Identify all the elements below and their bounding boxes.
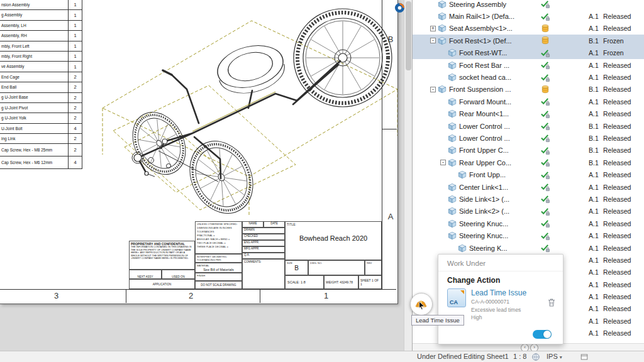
tree-row[interactable]: Forward Mount...A.1Released [413, 96, 644, 107]
expander-icon[interactable]: - [440, 160, 446, 165]
status-check-icon [540, 73, 550, 82]
drawn-cell: DRAWN [242, 228, 285, 234]
component-cube-icon [448, 146, 457, 155]
maturity-state: Released [603, 329, 644, 337]
expander-icon[interactable]: - [430, 38, 436, 43]
bom-row: End Cage2 [0, 72, 82, 82]
bom-table: nsion Assembly1 g Assembly1 Assembly, LH… [0, 0, 82, 169]
sheet-scale-text: 1 : 8 [513, 353, 526, 360]
drawing-graphics-area[interactable]: nsion Assembly1 g Assembly1 Assembly, LH… [0, 0, 412, 351]
component-cube-icon [448, 97, 457, 106]
revision: A.1 [589, 268, 603, 276]
maturity-state: Released [603, 25, 644, 32]
tree-row[interactable]: -Front Suspension ...B.1Released [413, 84, 644, 96]
revision: B.1 [589, 85, 603, 93]
tree-row[interactable]: Lower Control ...B.1Released [413, 120, 644, 132]
component-cube-icon [448, 207, 457, 216]
expander-icon[interactable]: + [430, 26, 436, 31]
3dexperience-compass-icon[interactable] [394, 3, 405, 13]
maturity-state: Released [603, 305, 644, 312]
drawing-sheet[interactable]: nsion Assembly1 g Assembly1 Assembly, LH… [0, 0, 398, 304]
maturity-state: Released [603, 123, 644, 130]
tree-row[interactable]: Lower Control ...B.1Released [413, 132, 644, 144]
maturity-state: Frozen [603, 49, 644, 57]
delete-icon[interactable] [547, 297, 557, 307]
tree-row[interactable]: Side Link<2> (...A.1Released [413, 206, 644, 217]
bom-qty: 2 [69, 144, 82, 156]
tree-row[interactable]: Main Rail<1> (Defa...A.1Released [413, 10, 644, 22]
bom-row: g U-Joint Yolk2 [0, 113, 82, 123]
drawing-vertical-scrollbar[interactable] [404, 0, 412, 351]
material-cell: MATERIAL See Bill of Materials [195, 263, 242, 273]
scroll-right-button[interactable]: › [530, 344, 538, 351]
bom-row: ve Assembly1 [0, 62, 82, 72]
tree-row[interactable]: Center Link<1...A.1Released [413, 181, 644, 193]
revision: A.1 [589, 207, 603, 215]
revision: B.1 [589, 123, 603, 130]
bom-description: g Assembly [0, 10, 69, 19]
tree-row[interactable]: -Rear Upper Co...B.1Released [413, 156, 644, 168]
status-check-icon [540, 158, 550, 167]
tree-row-selected[interactable]: Foot Rest-WT...A.1Frozen [413, 47, 644, 59]
lead-time-issue-badge[interactable] [410, 293, 433, 315]
maturity-state: Released [603, 317, 644, 325]
maturity-state: Released [603, 74, 644, 81]
tree-row[interactable]: Steering Knuc...A.1Released [413, 229, 644, 241]
revision: A.1 [589, 25, 603, 32]
window-panel-icon[interactable] [580, 353, 589, 361]
units-dropdown[interactable]: IPS ▾ [547, 353, 562, 360]
change-action-icon[interactable]: CA [447, 288, 466, 307]
change-action-section-title: Change Action [438, 272, 563, 288]
tree-row[interactable]: Steering K...A.1Released [413, 242, 644, 254]
tree-row[interactable]: Front Upp...A.1Released [413, 168, 644, 180]
component-cube-icon [438, 85, 447, 94]
seat-ring [213, 39, 289, 99]
component-name: Steering Knuc... [459, 232, 540, 239]
highlight-edge [192, 92, 275, 131]
tolerance-line: THREE PLACE DECIMAL ± [196, 244, 242, 248]
bom-row: U-Joint Bolt4 [0, 124, 82, 134]
tree-row[interactable]: Side Link<1> (...A.1Released [413, 193, 644, 205]
bom-description: Assembly, RH [0, 31, 69, 40]
maturity-state: Frozen [603, 37, 644, 45]
weight-cell: WEIGHT: 43249.78 [324, 275, 358, 289]
maturity-state: Released [603, 256, 644, 264]
scroll-left-button[interactable]: ‹ [521, 344, 529, 351]
revision: A.1 [589, 49, 603, 57]
maturity-state: Released [603, 13, 644, 20]
tree-row[interactable]: Steering Assembly [413, 0, 644, 10]
scrollbar-thumb[interactable] [406, 1, 411, 70]
tree-row[interactable]: Steering Knuc...A.1Released [413, 217, 644, 229]
status-check-icon [540, 194, 550, 204]
revision: A.1 [589, 281, 603, 288]
globe-icon[interactable] [531, 353, 540, 361]
status-warning-icon [540, 85, 550, 94]
chevron-down-icon: ▾ [560, 354, 562, 360]
status-bar: Under Defined Editing Sheet1 1 : 8 IPS ▾ [0, 351, 644, 362]
bom-description: ing Link [0, 134, 69, 143]
bom-description: Cap Screw, Hex - M8 25mm [0, 144, 69, 156]
tree-row-selected[interactable]: -Foot Rest<1> (Def...B.1Frozen [413, 35, 644, 47]
tree-row[interactable]: Front Upper C...B.1Released [413, 145, 644, 156]
bom-description: Assembly, LH [0, 21, 69, 30]
finish-label: FINISH [196, 273, 242, 277]
expander-icon[interactable]: - [430, 87, 436, 92]
change-action-link[interactable]: Lead Time Issue [471, 288, 547, 297]
change-action-description: Excessive lead times [471, 307, 547, 314]
revision: B.1 [589, 159, 603, 167]
status-warning-icon [540, 36, 550, 45]
revision: B.1 [589, 37, 603, 45]
tree-row[interactable]: socket head ca...A.1Released [413, 71, 644, 83]
tree-row[interactable]: +Seat Assembly<1>...A.1Released [413, 23, 644, 35]
tree-row[interactable]: Foot Rest Bar ...A.1Released [413, 59, 644, 71]
change-action-severity: High [471, 314, 547, 321]
revision: A.1 [589, 184, 603, 191]
revision: A.1 [589, 13, 603, 20]
revision: A.1 [589, 232, 603, 239]
comments-cell: COMMENTS: [242, 259, 285, 289]
bom-row: g U-Joint Base2 [0, 93, 82, 103]
maturity-state: Released [603, 110, 644, 118]
lead-time-issue-tooltip: Lead Time Issue [411, 315, 464, 326]
tree-row[interactable]: Rear Mount<1...A.1Released [413, 108, 644, 120]
work-under-toggle[interactable] [533, 330, 552, 339]
